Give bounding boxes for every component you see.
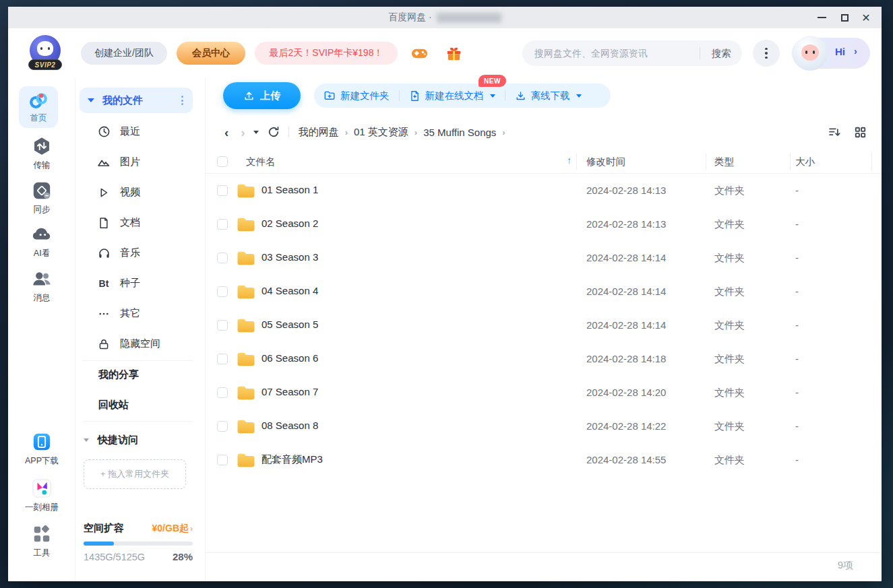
- titlebar[interactable]: 百度网盘 · ✕: [8, 7, 882, 28]
- sidebar-item-torrents[interactable]: Bt 种子: [75, 268, 206, 298]
- grid-view-icon[interactable]: [854, 126, 867, 139]
- minimize-button[interactable]: [810, 7, 833, 28]
- sidebar-my-files[interactable]: 我的文件: [80, 88, 193, 113]
- table-row[interactable]: 03 Season 3 2024-02-28 14:14 文件夹 -: [206, 241, 882, 275]
- search-input[interactable]: [522, 48, 700, 59]
- file-name[interactable]: 08 Season 8: [261, 420, 318, 431]
- upload-button[interactable]: 上传: [223, 82, 301, 109]
- table-row[interactable]: 06 Season 6 2024-02-28 14:18 文件夹 -: [206, 342, 882, 376]
- bt-icon: Bt: [97, 277, 111, 290]
- rail-label: 消息: [34, 292, 51, 304]
- row-checkbox[interactable]: [217, 421, 228, 432]
- app-window: 百度网盘 · ✕ SVIP2 创建企业/团队 会员中心 最后2天！SVIP年卡¥…: [8, 7, 882, 581]
- create-team-button[interactable]: 创建企业/团队: [81, 42, 167, 65]
- rail-item-app-download[interactable]: APP下载: [8, 432, 75, 467]
- column-modified[interactable]: 修改时间: [586, 156, 625, 168]
- sidebar-quick-access[interactable]: 快捷访问: [84, 434, 138, 447]
- breadcrumb-level1[interactable]: 01 英文资源: [354, 126, 408, 139]
- new-online-doc-button[interactable]: 新建在线文档: [400, 90, 505, 102]
- column-type[interactable]: 类型: [714, 156, 734, 168]
- row-checkbox[interactable]: [217, 354, 228, 364]
- file-name[interactable]: 05 Season 5: [261, 319, 318, 330]
- rail-item-transfer[interactable]: 传输: [8, 136, 75, 171]
- history-caret-icon[interactable]: [253, 131, 259, 134]
- rail-item-home[interactable]: 首页: [19, 86, 58, 128]
- my-files-more-icon[interactable]: [181, 96, 183, 105]
- sidebar-item-my-share[interactable]: 我的分享: [98, 368, 139, 381]
- chevron-right-icon: ›: [854, 46, 857, 57]
- close-button[interactable]: ✕: [855, 7, 877, 28]
- sidebar-item-others[interactable]: 其它: [75, 298, 206, 329]
- table-row[interactable]: 04 Season 4 2024-02-28 14:14 文件夹 -: [206, 275, 882, 308]
- file-name[interactable]: 配套音频MP3: [261, 453, 323, 466]
- row-checkbox[interactable]: [217, 320, 228, 331]
- row-checkbox[interactable]: [217, 219, 228, 230]
- rail-item-ai-view[interactable]: AI看: [8, 224, 75, 259]
- file-name[interactable]: 03 Season 3: [261, 251, 318, 263]
- file-name[interactable]: 06 Season 6: [261, 352, 318, 364]
- column-name[interactable]: 文件名: [246, 156, 276, 168]
- row-checkbox[interactable]: [217, 253, 228, 263]
- offline-download-button[interactable]: 离线下载: [505, 90, 591, 102]
- app-logo[interactable]: SVIP2: [28, 35, 62, 70]
- breadcrumb-level2[interactable]: 35 Muffin Songs: [423, 127, 496, 138]
- member-center-button[interactable]: 会员中心: [177, 42, 245, 65]
- file-name[interactable]: 01 Season 1: [261, 184, 318, 195]
- sidebar-item-music[interactable]: 音乐: [75, 238, 206, 268]
- sidebar-item-hidden-space[interactable]: 隐藏空间: [75, 329, 206, 359]
- sidebar-item-documents[interactable]: 文档: [75, 207, 206, 238]
- file-name[interactable]: 02 Season 2: [261, 218, 318, 229]
- row-checkbox[interactable]: [217, 455, 228, 465]
- nav-items: 最近 图片 视频 文档 音乐 Bt 种子: [75, 117, 206, 359]
- sidebar-item-videos[interactable]: 视频: [75, 177, 206, 207]
- table-row[interactable]: 01 Season 1 2024-02-28 14:13 文件夹 -: [206, 174, 882, 207]
- file-modified: 2024-02-28 14:13: [586, 218, 666, 230]
- rail-item-tools[interactable]: 工具: [8, 524, 75, 559]
- row-checkbox[interactable]: [217, 387, 228, 398]
- sidebar-item-pictures[interactable]: 图片: [75, 147, 206, 177]
- breadcrumb-bar: ‹ › 我的网盘 › 01 英文资源 › 35 Muffin Songs ›: [206, 120, 882, 144]
- rail-item-photo-album[interactable]: 一刻相册: [8, 478, 75, 513]
- row-checkbox[interactable]: [217, 185, 228, 196]
- table-row[interactable]: 05 Season 5 2024-02-28 14:14 文件夹 -: [206, 308, 882, 342]
- row-checkbox[interactable]: [217, 286, 228, 297]
- select-all-checkbox[interactable]: [217, 156, 228, 167]
- breadcrumb-root[interactable]: 我的网盘: [299, 126, 339, 139]
- table-row[interactable]: 02 Season 2 2024-02-28 14:13 文件夹 -: [206, 207, 882, 241]
- file-modified: 2024-02-28 14:55: [586, 454, 666, 465]
- sort-icon[interactable]: [828, 125, 842, 139]
- rail-item-sync[interactable]: 同步: [8, 181, 75, 216]
- chevron-right-icon[interactable]: ›: [502, 127, 505, 137]
- new-folder-button[interactable]: 新建文件夹: [314, 90, 399, 102]
- file-name[interactable]: 04 Season 4: [261, 285, 318, 296]
- sort-ascending-icon[interactable]: ↑: [567, 155, 572, 166]
- more-menu-icon[interactable]: [753, 40, 780, 67]
- caret-down-icon: [490, 94, 495, 98]
- storage-progress-track: [84, 542, 193, 546]
- search-button[interactable]: 搜索: [700, 47, 742, 60]
- column-size[interactable]: 大小: [795, 156, 815, 168]
- storage-expand-label[interactable]: 空间扩容: [84, 522, 124, 535]
- table-row[interactable]: 08 Season 8 2024-02-28 14:22 文件夹 -: [206, 410, 882, 443]
- storage-promo-link[interactable]: ¥0/GB起: [152, 523, 189, 535]
- back-button[interactable]: ‹: [224, 126, 228, 139]
- gift-icon[interactable]: [445, 44, 463, 63]
- file-type: 文件夹: [714, 185, 745, 197]
- rail-item-messages[interactable]: 消息: [8, 269, 75, 304]
- table-row[interactable]: 配套音频MP3 2024-02-28 14:55 文件夹 -: [206, 443, 882, 477]
- forward-button[interactable]: ›: [241, 126, 245, 139]
- chevron-right-icon[interactable]: ›: [190, 524, 193, 533]
- file-size: -: [795, 387, 799, 398]
- pin-folder-dropzone[interactable]: + 拖入常用文件夹: [84, 459, 186, 489]
- user-account-button[interactable]: Hi ›: [792, 38, 870, 69]
- refresh-button[interactable]: [267, 125, 280, 139]
- game-icon[interactable]: [410, 44, 429, 63]
- sidebar-item-recycle-bin[interactable]: 回收站: [98, 399, 129, 412]
- file-size: -: [795, 286, 799, 297]
- column-divider: [871, 154, 872, 170]
- maximize-button[interactable]: [833, 7, 856, 28]
- file-name[interactable]: 07 Season 7: [261, 386, 318, 397]
- sidebar-item-recent[interactable]: 最近: [75, 117, 206, 147]
- table-row[interactable]: 07 Season 7 2024-02-28 14:20 文件夹 -: [206, 376, 882, 410]
- svip-promo-banner[interactable]: 最后2天！SVIP年卡¥198！: [255, 42, 398, 65]
